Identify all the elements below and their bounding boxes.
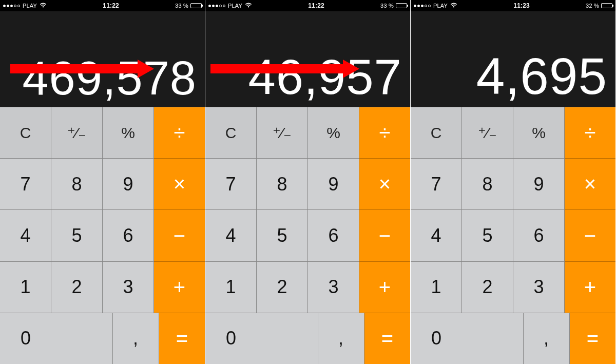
clear-button[interactable]: C [205, 107, 257, 158]
digit-5-button[interactable]: 5 [51, 209, 103, 261]
digit-0-button[interactable]: 0 [411, 313, 524, 364]
battery-icon [190, 3, 202, 8]
status-time: 11:22 [308, 2, 324, 9]
digit-7-button[interactable]: 7 [411, 158, 462, 209]
calculator-display[interactable]: 46,957 [205, 11, 410, 107]
keypad: C ⁺∕₋ % ÷ 7 8 9 × 4 5 6 − 1 2 3 + 0 , = [411, 107, 615, 364]
decimal-button[interactable]: , [318, 313, 364, 364]
multiply-button[interactable]: × [565, 158, 615, 209]
sign-button[interactable]: ⁺∕₋ [257, 107, 308, 158]
percent-button[interactable]: % [513, 107, 565, 158]
keypad: C ⁺∕₋ % ÷ 7 8 9 × 4 5 6 − 1 2 3 + 0 , = [205, 107, 410, 364]
equals-button[interactable]: = [570, 313, 615, 364]
minus-button[interactable]: − [565, 209, 615, 261]
digit-3-button[interactable]: 3 [308, 261, 359, 313]
status-left: PLAY [3, 3, 47, 9]
plus-button[interactable]: + [565, 261, 615, 313]
status-right: 33 % [380, 3, 407, 9]
status-bar: PLAY 11:23 32 % [411, 0, 615, 11]
equals-button[interactable]: = [159, 313, 205, 364]
divide-button[interactable]: ÷ [565, 107, 615, 158]
digit-2-button[interactable]: 2 [462, 261, 513, 313]
digit-8-button[interactable]: 8 [51, 158, 103, 209]
sign-button[interactable]: ⁺∕₋ [462, 107, 513, 158]
digit-4-button[interactable]: 4 [0, 209, 51, 261]
display-value: 4,695 [476, 50, 607, 102]
digit-4-button[interactable]: 4 [411, 209, 462, 261]
percent-button[interactable]: % [308, 107, 359, 158]
carrier-label: PLAY [228, 3, 242, 9]
battery-percent-label: 33 % [380, 3, 394, 9]
battery-percent-label: 32 % [586, 3, 599, 9]
digit-6-button[interactable]: 6 [308, 209, 359, 261]
digit-8-button[interactable]: 8 [257, 158, 308, 209]
plus-button[interactable]: + [359, 261, 410, 313]
calculator-display[interactable]: 4,695 [411, 11, 615, 107]
digit-4-button[interactable]: 4 [205, 209, 257, 261]
divide-button[interactable]: ÷ [154, 107, 205, 158]
battery-icon [396, 3, 407, 8]
keypad: C ⁺∕₋ % ÷ 7 8 9 × 4 5 6 − 1 2 3 + 0 , = [0, 107, 205, 364]
decimal-button[interactable]: , [113, 313, 159, 364]
equals-button[interactable]: = [364, 313, 410, 364]
status-right: 32 % [586, 3, 612, 9]
display-value: 46,957 [248, 52, 402, 102]
calculator-screen-1: PLAY 11:22 33 % 469,578 C ⁺∕₋ % ÷ 7 8 9 [0, 0, 205, 364]
status-left: PLAY [208, 3, 252, 9]
status-right: 33 % [175, 3, 202, 9]
minus-button[interactable]: − [154, 209, 205, 261]
multiply-button[interactable]: × [359, 158, 410, 209]
digit-3-button[interactable]: 3 [513, 261, 565, 313]
divide-button[interactable]: ÷ [359, 107, 410, 158]
digit-3-button[interactable]: 3 [103, 261, 154, 313]
plus-button[interactable]: + [154, 261, 205, 313]
calculator-screen-2: PLAY 11:22 33 % 46,957 C ⁺∕₋ % ÷ 7 8 9 × [205, 0, 411, 364]
signal-dots-icon [208, 5, 225, 7]
status-bar: PLAY 11:22 33 % [205, 0, 410, 11]
status-time: 11:22 [103, 2, 119, 9]
multiply-button[interactable]: × [154, 158, 205, 209]
digit-2-button[interactable]: 2 [257, 261, 308, 313]
digit-7-button[interactable]: 7 [205, 158, 257, 209]
digit-1-button[interactable]: 1 [411, 261, 462, 313]
clear-button[interactable]: C [0, 107, 51, 158]
digit-6-button[interactable]: 6 [513, 209, 565, 261]
status-left: PLAY [414, 3, 457, 9]
digit-0-button[interactable]: 0 [205, 313, 318, 364]
calculator-display[interactable]: 469,578 [0, 11, 205, 107]
battery-percent-label: 33 % [175, 3, 188, 9]
digit-1-button[interactable]: 1 [0, 261, 51, 313]
digit-5-button[interactable]: 5 [462, 209, 513, 261]
wifi-icon [245, 3, 252, 9]
digit-5-button[interactable]: 5 [257, 209, 308, 261]
digit-7-button[interactable]: 7 [0, 158, 51, 209]
digit-2-button[interactable]: 2 [51, 261, 103, 313]
digit-9-button[interactable]: 9 [308, 158, 359, 209]
percent-button[interactable]: % [103, 107, 154, 158]
digit-8-button[interactable]: 8 [462, 158, 513, 209]
status-time: 11:23 [513, 2, 530, 9]
digit-9-button[interactable]: 9 [513, 158, 565, 209]
decimal-button[interactable]: , [524, 313, 570, 364]
minus-button[interactable]: − [359, 209, 410, 261]
wifi-icon [40, 3, 47, 9]
digit-0-button[interactable]: 0 [0, 313, 113, 364]
signal-dots-icon [414, 5, 431, 7]
sign-button[interactable]: ⁺∕₋ [51, 107, 103, 158]
display-value: 469,578 [22, 54, 197, 102]
carrier-label: PLAY [23, 3, 37, 9]
clear-button[interactable]: C [411, 107, 462, 158]
digit-6-button[interactable]: 6 [103, 209, 154, 261]
digit-1-button[interactable]: 1 [205, 261, 257, 313]
digit-9-button[interactable]: 9 [103, 158, 154, 209]
status-bar: PLAY 11:22 33 % [0, 0, 205, 11]
carrier-label: PLAY [433, 3, 448, 9]
battery-icon [601, 3, 612, 8]
wifi-icon [450, 3, 457, 9]
calculator-screen-3: PLAY 11:23 32 % 4,695 C ⁺∕₋ % ÷ 7 8 9 × … [411, 0, 616, 364]
signal-dots-icon [3, 5, 20, 7]
